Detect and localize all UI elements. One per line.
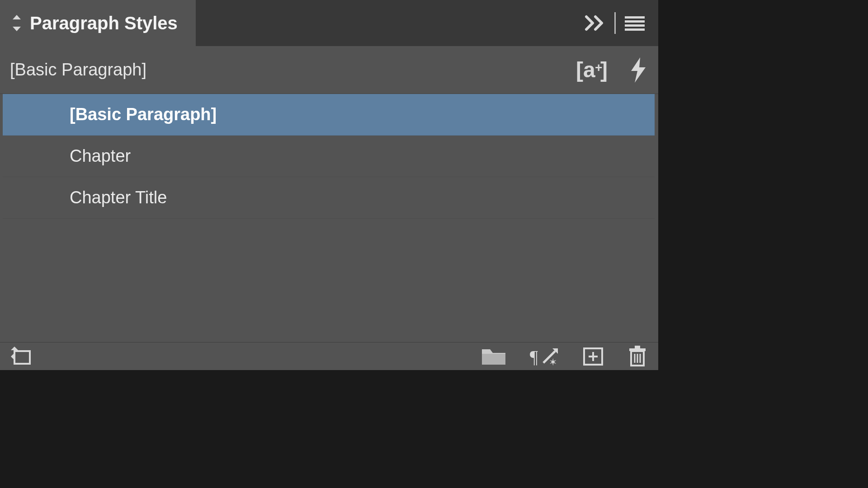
style-row-label: [Basic Paragraph] — [70, 105, 217, 124]
svg-rect-11 — [482, 354, 505, 365]
current-style-label: [Basic Paragraph] — [10, 60, 146, 80]
panel-tab-paragraph-styles[interactable]: Paragraph Styles — [0, 0, 196, 46]
svg-rect-21 — [635, 346, 640, 348]
svg-marker-0 — [13, 15, 21, 19]
clear-overrides-icon[interactable]: ¶ ✶ — [530, 347, 559, 366]
style-row-chapter[interactable]: Chapter — [3, 136, 655, 177]
collapse-panel-icon[interactable] — [583, 10, 608, 36]
paragraph-styles-panel: Paragraph Styles [Basic Paragraph — [0, 0, 658, 370]
create-new-style-icon[interactable] — [582, 347, 604, 366]
svg-text:¶: ¶ — [530, 347, 538, 366]
delete-style-trash-icon[interactable] — [627, 346, 647, 367]
footer-actions: ¶ ✶ — [481, 346, 647, 367]
svg-rect-4 — [625, 24, 645, 27]
footer-left-icon[interactable] — [11, 347, 33, 366]
quick-apply-lightning-icon[interactable] — [629, 57, 647, 83]
panel-tabbar-controls — [583, 0, 658, 46]
svg-marker-1 — [13, 27, 21, 31]
svg-rect-20 — [629, 348, 646, 351]
panel-footer: ¶ ✶ — [0, 342, 658, 370]
svg-rect-5 — [625, 28, 645, 31]
svg-rect-10 — [14, 351, 30, 364]
panel-menu-icon[interactable] — [622, 10, 647, 36]
svg-text:]: ] — [600, 58, 608, 82]
current-style-row: [Basic Paragraph] [a + ] — [0, 46, 658, 94]
style-row-chapter-title[interactable]: Chapter Title — [3, 177, 655, 219]
new-style-from-selection-icon[interactable]: [a + ] — [576, 57, 609, 83]
panel-tab-label: Paragraph Styles — [30, 13, 178, 33]
panel-tabbar: Paragraph Styles — [0, 0, 658, 46]
drag-handle-icon[interactable] — [11, 15, 23, 31]
svg-text:[a: [a — [576, 58, 595, 82]
style-row-label: Chapter — [70, 146, 131, 166]
svg-rect-3 — [625, 20, 645, 23]
style-row-basic-paragraph[interactable]: [Basic Paragraph] — [3, 94, 655, 136]
style-group-folder-icon[interactable] — [481, 347, 506, 366]
svg-marker-9 — [631, 57, 646, 83]
svg-text:✶: ✶ — [549, 357, 557, 366]
svg-rect-2 — [625, 16, 645, 19]
current-style-actions: [a + ] — [576, 57, 647, 83]
style-row-label: Chapter Title — [70, 188, 167, 207]
separator — [614, 12, 616, 34]
style-list: [Basic Paragraph] Chapter Chapter Title — [0, 94, 658, 342]
